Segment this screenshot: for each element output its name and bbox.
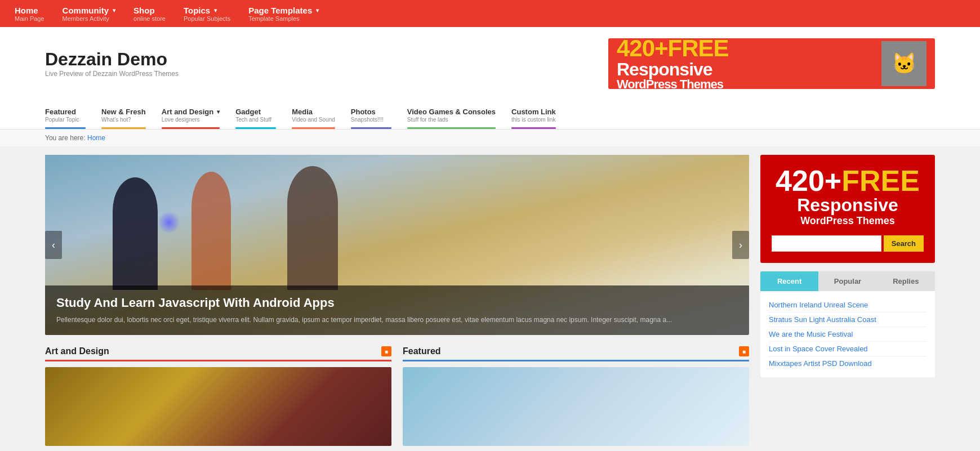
cat-sub-media: Video and Sound — [292, 117, 335, 123]
community-arrow-icon: ▾ — [113, 7, 115, 14]
slider-next-button[interactable]: › — [732, 231, 749, 259]
banner-cat-image: 🐱 — [881, 41, 926, 86]
cat-line-video-games — [407, 127, 496, 129]
tab-link-item[interactable]: Lost in Space Cover Revealed — [769, 342, 926, 356]
site-header: Dezzain Demo Live Preview of Dezzain Wor… — [0, 27, 980, 97]
cat-line-new-fresh — [101, 127, 146, 129]
nav-topics-label: Topics ▾ — [184, 6, 230, 15]
cat-sub-custom-link: this is custom link — [511, 117, 556, 123]
sidebar-ad-free-text: 420+FREE — [772, 166, 924, 195]
slider-prev-button[interactable]: ‹ — [45, 231, 62, 259]
slider-title: Study And Learn Javascript With Android … — [56, 296, 738, 310]
tab-popular-button[interactable]: Popular — [818, 271, 876, 291]
site-subtitle: Live Preview of Dezzain WordPress Themes — [45, 70, 179, 78]
cat-main-media: Media — [292, 108, 335, 116]
art-design-section: Art and Design ■ — [45, 346, 391, 446]
art-design-header: Art and Design ■ — [45, 346, 391, 361]
art-design-title: Art and Design — [45, 346, 109, 356]
tab-replies-button[interactable]: Replies — [877, 271, 935, 291]
cat-nav-custom-link[interactable]: Custom Link this is custom link — [511, 103, 566, 129]
cat-line-art-design — [162, 127, 220, 129]
sidebar-ad-responsive-text: Responsive — [772, 195, 924, 215]
sidebar-ad-block[interactable]: 420+FREE Responsive WordPress Themes Sea… — [760, 155, 935, 263]
cat-main-art-design: Art and Design▾ — [162, 108, 220, 116]
cat-line-gadget — [235, 127, 276, 129]
cat-main-featured: Featured — [45, 108, 86, 116]
content-area: ‹ › Study And Learn Javascript With Andr… — [45, 155, 749, 446]
nav-templates-sub: Template Samples — [248, 15, 319, 22]
breadcrumb-prefix: You are here: — [45, 134, 86, 142]
cat-main-photos: Photos — [351, 108, 391, 116]
art-design-image — [45, 367, 391, 446]
slider-description: Pellentesque dolor dui, lobortis nec orc… — [56, 315, 738, 325]
nav-shop[interactable]: Shop online store — [124, 0, 175, 27]
hero-slider: ‹ › Study And Learn Javascript With Andr… — [45, 155, 749, 335]
banner-big-text: 420+FREE — [617, 38, 881, 60]
slider-caption: Study And Learn Javascript With Android … — [45, 285, 749, 335]
category-nav: Featured Popular Topic New & Fresh What'… — [0, 97, 980, 130]
tab-link-item[interactable]: Mixxtapes Artist PSD Download — [769, 356, 926, 370]
templates-arrow-icon: ▾ — [316, 7, 319, 14]
featured-rss-icon[interactable]: ■ — [739, 346, 749, 356]
sidebar-tabs-widget: Recent Popular Replies Northern Ireland … — [760, 271, 935, 377]
nav-templates-label: Page Templates ▾ — [248, 6, 319, 15]
nav-community-label: Community ▾ — [63, 6, 116, 15]
nav-page-templates[interactable]: Page Templates ▾ Template Samples — [239, 0, 328, 27]
banner-responsive-text: Responsive — [617, 60, 881, 78]
cat-sub-photos: Snapshots!!!! — [351, 117, 391, 123]
tab-link-item[interactable]: We are the Music Festival — [769, 327, 926, 342]
cat-nav-featured[interactable]: Featured Popular Topic — [45, 103, 96, 129]
main-layout: ‹ › Study And Learn Javascript With Andr… — [0, 146, 980, 451]
nav-topics[interactable]: Topics ▾ Popular Subjects — [175, 0, 239, 27]
cat-sub-video-games: Stuff for the lads — [407, 117, 496, 123]
topics-arrow-icon: ▾ — [214, 7, 217, 14]
cat-nav-video-games[interactable]: Video Games & Consoles Stuff for the lad… — [407, 103, 506, 129]
tab-link-item[interactable]: Stratus Sun Light Australia Coast — [769, 312, 926, 327]
cat-nav-new-fresh[interactable]: New & Fresh What's hot? — [101, 103, 156, 129]
breadcrumb-home-link[interactable]: Home — [87, 134, 105, 142]
nav-home[interactable]: Home Main Page — [6, 0, 54, 27]
sidebar-search-input[interactable] — [772, 235, 881, 252]
cat-sub-new-fresh: What's hot? — [101, 117, 146, 123]
nav-community-sub: Members Activity — [63, 15, 116, 22]
featured-section: Featured ■ — [403, 346, 749, 446]
sections-grid: Art and Design ■ Featured ■ — [45, 346, 749, 446]
featured-image — [403, 367, 749, 446]
cat-nav-gadget[interactable]: Gadget Tech and Stuff — [235, 103, 286, 129]
cat-nav-art-design[interactable]: Art and Design▾ Love designers — [162, 103, 230, 129]
top-nav: Home Main Page Community ▾ Members Activ… — [0, 0, 980, 27]
sidebar-ad-wp-text: WordPress Themes — [772, 215, 924, 227]
cat-line-media — [292, 127, 335, 129]
nav-home-sub: Main Page — [15, 15, 44, 22]
cat-line-photos — [351, 127, 391, 129]
site-branding: Dezzain Demo Live Preview of Dezzain Wor… — [45, 50, 179, 77]
featured-header: Featured ■ — [403, 346, 749, 361]
cat-main-gadget: Gadget — [235, 108, 276, 116]
tab-recent-button[interactable]: Recent — [760, 271, 818, 291]
nav-home-label: Home — [15, 6, 44, 15]
cat-main-video-games: Video Games & Consoles — [407, 108, 496, 116]
nav-shop-label: Shop — [133, 6, 166, 15]
tabs-content: Northern Ireland Unreal SceneStratus Sun… — [760, 291, 935, 377]
sidebar-search-form: Search — [772, 235, 924, 252]
tab-link-item[interactable]: Northern Ireland Unreal Scene — [769, 298, 926, 312]
cat-sub-gadget: Tech and Stuff — [235, 117, 276, 123]
site-title: Dezzain Demo — [45, 50, 179, 69]
cat-arrow-icon: ▾ — [217, 109, 220, 115]
cat-main-custom-link: Custom Link — [511, 108, 556, 116]
sidebar-search-button[interactable]: Search — [884, 235, 924, 252]
cat-nav-photos[interactable]: Photos Snapshots!!!! — [351, 103, 402, 129]
cat-sub-art-design: Love designers — [162, 117, 220, 123]
breadcrumb: You are here: Home — [0, 130, 980, 146]
tabs-header: Recent Popular Replies — [760, 271, 935, 291]
nav-community[interactable]: Community ▾ Members Activity — [54, 0, 125, 27]
featured-title: Featured — [403, 346, 441, 356]
cat-line-custom-link — [511, 127, 556, 129]
banner-wp-text: WordPress Themes — [617, 78, 881, 89]
nav-shop-sub: online store — [133, 15, 166, 22]
art-design-rss-icon[interactable]: ■ — [381, 346, 391, 356]
cat-line-featured — [45, 127, 86, 129]
cat-nav-media[interactable]: Media Video and Sound — [292, 103, 345, 129]
cat-main-new-fresh: New & Fresh — [101, 108, 146, 116]
header-banner-ad[interactable]: #1 BEST SELLING VIRAL THEME 420+FREE Res… — [608, 38, 935, 89]
